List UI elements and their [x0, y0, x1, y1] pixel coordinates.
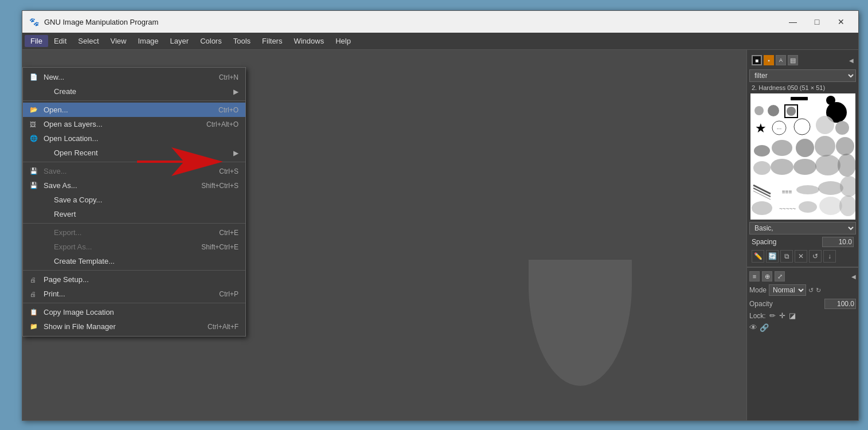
menu-item-create-template[interactable]: Create Template... — [23, 254, 245, 268]
menu-item-open-recent[interactable]: Open Recent ▶ — [23, 146, 245, 160]
svg-point-5 — [768, 105, 779, 116]
open-layers-label: Open as Layers... — [44, 120, 195, 128]
svg-point-4 — [754, 106, 764, 115]
menu-item-save-as[interactable]: 💾 Save As... Shift+Ctrl+S — [23, 178, 245, 193]
svg-rect-2 — [791, 97, 808, 100]
brush-set-select[interactable]: Basic, — [749, 222, 856, 234]
save-label: Save... — [44, 167, 208, 175]
layer-link-icon[interactable]: 🔗 — [760, 323, 769, 332]
delete-brush-icon[interactable]: ✕ — [795, 250, 807, 263]
save-shortcut: Ctrl+S — [219, 167, 238, 175]
refresh-brush-icon[interactable]: ↺ — [809, 250, 822, 263]
menu-item-revert[interactable]: Revert — [23, 207, 245, 221]
menu-layer[interactable]: Layer — [165, 35, 195, 47]
svg-text:···: ··· — [777, 126, 781, 132]
svg-point-35 — [819, 197, 842, 215]
close-button[interactable]: ✕ — [830, 14, 853, 30]
menu-item-print[interactable]: 🖨 Print... Ctrl+P — [23, 287, 245, 301]
brush-text-icon[interactable]: A — [776, 55, 786, 65]
print-label: Print... — [44, 290, 208, 298]
new-icon: 📄 — [30, 73, 40, 81]
separator-4 — [23, 270, 245, 271]
brush-preview-area: ★ ··· — [750, 93, 855, 220]
main-area: 📄 New... Ctrl+N Create ▶ 📂 Open... Ctrl+… — [22, 50, 858, 420]
menu-image[interactable]: Image — [132, 35, 164, 47]
lock-paint-icon[interactable]: ✏ — [769, 311, 776, 320]
brush-folder-icon[interactable]: ▤ — [788, 55, 798, 65]
duplicate-brush-icon[interactable]: ⧉ — [780, 250, 793, 263]
mode-row: Mode Normal ↺ ↻ — [749, 283, 856, 298]
lock-label: Lock: — [749, 312, 766, 320]
menu-item-page-setup[interactable]: 🖨 Page Setup... — [23, 272, 245, 287]
save-copy-label: Save a Copy... — [54, 196, 238, 204]
menu-item-copy-image-location[interactable]: 📋 Copy Image Location — [23, 305, 245, 319]
save-as-icon: 💾 — [30, 182, 40, 189]
menu-item-open-location[interactable]: 🌐 Open Location... — [23, 131, 245, 146]
show-file-manager-label: Show in File Manager — [44, 322, 196, 331]
layers-collapse-btn[interactable]: ◀ — [851, 273, 856, 280]
menu-item-new[interactable]: 📄 New... Ctrl+N — [23, 70, 245, 84]
menu-colors[interactable]: Colors — [194, 35, 228, 47]
menu-item-save: 💾 Save... Ctrl+S — [23, 164, 245, 178]
menu-item-save-copy[interactable]: Save a Copy... — [23, 193, 245, 207]
print-icon: 🖨 — [30, 291, 40, 298]
export-label: Export... — [54, 228, 208, 237]
lock-move-icon[interactable]: ✛ — [779, 311, 785, 320]
open-location-label: Open Location... — [44, 134, 238, 143]
canvas-bg-shape — [529, 260, 632, 386]
layers-header-icons: ≡ ⊕ ⤢ ◀ — [749, 270, 856, 283]
svg-text:★: ★ — [755, 121, 767, 135]
revert-label: Revert — [54, 210, 238, 218]
menu-windows[interactable]: Windows — [288, 35, 330, 47]
svg-point-16 — [772, 140, 792, 156]
mode-select[interactable]: Normal — [769, 284, 806, 296]
open-shortcut: Ctrl+O — [218, 106, 238, 114]
menu-help[interactable]: Help — [330, 35, 357, 47]
open-recent-label: Open Recent — [54, 148, 233, 157]
menu-view[interactable]: View — [105, 35, 132, 47]
svg-point-34 — [799, 201, 817, 213]
channels-icon[interactable]: ⊕ — [762, 271, 772, 282]
svg-point-13 — [816, 116, 834, 134]
panel-collapse-btn[interactable]: ◀ — [849, 57, 854, 64]
mode-arrow[interactable]: ↺ — [808, 287, 814, 294]
open-location-icon: 🌐 — [30, 135, 40, 142]
file-menu: 📄 New... Ctrl+N Create ▶ 📂 Open... Ctrl+… — [22, 67, 246, 337]
open-icon: 📂 — [30, 106, 40, 114]
svg-point-15 — [754, 145, 770, 157]
brush-panel-header: ■ ▪ A ▤ ◀ filter 2. Hardness 050 (51 × 5… — [747, 50, 858, 267]
brush-color-icon[interactable]: ■ — [752, 55, 762, 65]
paths-icon[interactable]: ⤢ — [775, 271, 785, 282]
copy-location-icon: 📋 — [30, 308, 40, 316]
export-as-shortcut: Shift+Ctrl+E — [201, 243, 238, 251]
save-as-shortcut: Shift+Ctrl+S — [201, 182, 238, 190]
create-label: Create — [54, 87, 233, 96]
edit-brush-icon[interactable]: ✏️ — [752, 250, 764, 263]
new-brush-icon[interactable]: 🔄 — [766, 250, 779, 263]
spacing-label: Spacing — [752, 238, 776, 246]
brush-filter-select[interactable]: filter — [749, 69, 856, 82]
brush-header-row: ■ ▪ A ▤ ◀ — [749, 52, 856, 68]
minimize-button[interactable]: — — [781, 14, 804, 30]
import-brush-icon[interactable]: ↓ — [823, 250, 836, 263]
layers-icon[interactable]: ≡ — [749, 271, 760, 282]
lock-alpha-icon[interactable]: ◪ — [789, 311, 796, 320]
menu-edit[interactable]: Edit — [48, 35, 72, 47]
mode-label: Mode — [749, 286, 767, 294]
menu-file[interactable]: File — [25, 35, 48, 47]
menu-item-export: Export... Ctrl+E — [23, 225, 245, 240]
svg-point-7 — [787, 107, 796, 116]
menu-select[interactable]: Select — [72, 35, 104, 47]
mode-extra[interactable]: ↻ — [816, 287, 821, 294]
menu-item-show-file-manager[interactable]: 📁 Show in File Manager Ctrl+Alt+F — [23, 319, 245, 334]
maximize-button[interactable]: □ — [806, 14, 828, 30]
menu-item-open-layers[interactable]: 🖼 Open as Layers... Ctrl+Alt+O — [23, 117, 245, 131]
menu-tools[interactable]: Tools — [228, 35, 256, 47]
menu-filters[interactable]: Filters — [256, 35, 288, 47]
menu-item-open[interactable]: 📂 Open... Ctrl+O — [23, 103, 245, 117]
menu-item-create[interactable]: Create ▶ — [23, 84, 245, 99]
opacity-input[interactable] — [824, 299, 856, 309]
layer-eye-icon[interactable]: 👁 — [749, 323, 757, 332]
brush-orange-icon[interactable]: ▪ — [764, 55, 774, 65]
spacing-input[interactable] — [822, 237, 854, 247]
